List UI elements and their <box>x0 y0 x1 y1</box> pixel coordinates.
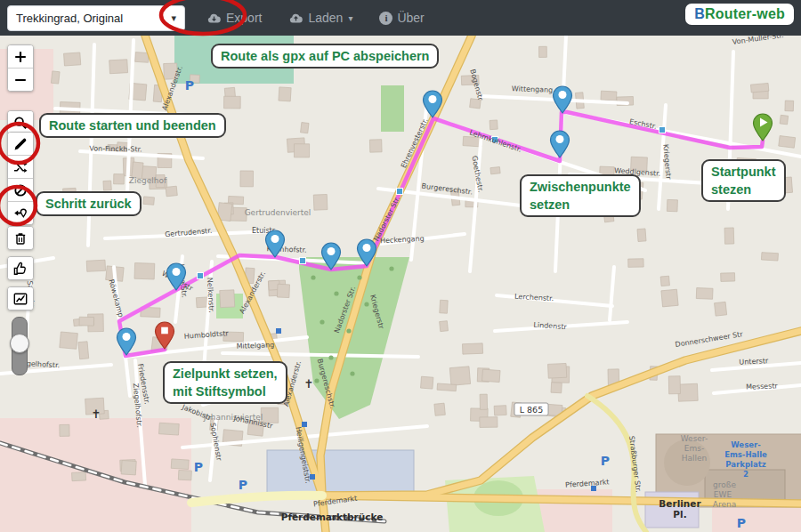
profile-select[interactable]: Trekkingrad, Original ▾ <box>7 5 185 31</box>
tip-export-gpx: Route als gpx auf PC abspeichern <box>211 44 439 69</box>
brouter-web-app: Alexanderstr.Alexanderstr.Alexanderstr.N… <box>0 0 801 532</box>
map-canvas[interactable]: Alexanderstr.Alexanderstr.Alexanderstr.N… <box>0 0 801 532</box>
sidebar-button-group <box>7 226 34 250</box>
parking-icon: P <box>737 516 746 530</box>
road-ref-badge: L 865 <box>514 403 548 415</box>
elevation-profile-button[interactable] <box>8 287 33 310</box>
route-midpoint-handle[interactable] <box>659 127 666 133</box>
map-label: Parkplatz <box>725 460 765 469</box>
map-label: Gertrudenviertel <box>245 208 312 217</box>
map-label: Hallen <box>682 454 708 463</box>
map-label: Weser- <box>731 440 761 449</box>
terrain-layer <box>0 0 801 532</box>
sidebar-button-group <box>7 44 34 92</box>
export-button[interactable]: Export <box>201 10 267 26</box>
sidebar-button-group <box>7 132 34 225</box>
map-label: Pferdemarktbrücke <box>281 512 384 522</box>
parking-icon: P <box>194 460 203 474</box>
map-label: Weser- <box>681 434 708 443</box>
zoom-in-button[interactable] <box>8 45 33 69</box>
plus-icon <box>13 50 28 64</box>
nogo-button[interactable] <box>8 179 33 202</box>
thumb-icon <box>13 262 28 276</box>
load-button[interactable]: Laden ▾ <box>283 10 358 26</box>
about-button[interactable]: i Über <box>374 10 429 26</box>
parking-icon: P <box>601 454 610 468</box>
map-label: 2 <box>743 470 748 479</box>
undo-step-button[interactable] <box>8 202 33 224</box>
sidebar-button-group <box>7 286 34 310</box>
map-label: Ziegelhof <box>129 176 167 185</box>
info-icon: i <box>379 12 392 25</box>
sidebar-button-group <box>7 110 34 134</box>
reverse-route-button[interactable] <box>8 156 33 179</box>
draw-route-button[interactable] <box>8 133 33 156</box>
map-label: Messestr <box>746 382 779 391</box>
zoom-out-button[interactable] <box>8 69 33 91</box>
profile-select-value: Trekkingrad, Original <box>16 12 123 25</box>
map-label: große <box>713 480 736 489</box>
pencil-icon <box>13 137 28 151</box>
map-label: Wittengang <box>512 85 554 94</box>
tip-undo: Schritt zurück <box>36 191 142 216</box>
shuffle-icon <box>13 160 28 174</box>
map-label: ✝ <box>92 407 101 421</box>
map-label: Ems-Halle <box>724 450 767 459</box>
brand-badge: BRouter-web <box>685 4 794 25</box>
cloud-upload-icon <box>288 12 303 25</box>
search-button[interactable] <box>8 111 33 133</box>
parking-icon: P <box>239 478 247 492</box>
map-label: Mittelgang <box>236 341 274 350</box>
sidebar-button-group <box>7 256 34 280</box>
delete-route-button[interactable] <box>8 227 33 249</box>
map-label: Von-Finckh-Str. <box>89 144 142 153</box>
no-entry-icon <box>13 183 28 197</box>
route-midpoint-handle[interactable] <box>300 258 306 264</box>
map-label: Unterstr <box>739 357 769 367</box>
route-midpoint-handle[interactable] <box>397 189 403 195</box>
trash-icon <box>13 231 28 246</box>
map-label: Berliner <box>659 498 701 509</box>
opacity-slider-knob[interactable] <box>10 334 29 353</box>
map-label: EWE <box>714 490 732 499</box>
map-label: Arena <box>713 500 736 509</box>
feedback-button[interactable] <box>8 257 33 279</box>
map-label: Pl. <box>673 509 686 520</box>
tip-endpoint: Zielpunkt setzen,mit Stiftsymbol <box>163 361 287 404</box>
parking-icon: P <box>185 78 194 93</box>
opacity-slider[interactable] <box>12 317 28 375</box>
map-label: ✝ <box>304 377 314 391</box>
map-label: Ems- <box>684 444 704 453</box>
tip-startpoint: Startpunktstezen <box>701 159 786 202</box>
tip-via: Zwischenpunktesetzen <box>520 174 641 217</box>
chevron-down-icon: ▾ <box>171 12 176 24</box>
cloud-download-icon <box>206 12 222 25</box>
chart-icon <box>13 292 28 306</box>
map-poi-square <box>276 328 281 334</box>
minus-icon <box>13 73 28 87</box>
svg-text:L 865: L 865 <box>520 405 543 415</box>
route-midpoint-handle[interactable] <box>198 273 204 279</box>
magnifier-icon <box>13 116 28 130</box>
undo-pin-icon <box>13 206 28 221</box>
tip-start-route: Route starten und beenden <box>39 113 226 138</box>
chevron-down-icon: ▾ <box>348 13 352 23</box>
topbar: Trekkingrad, Original ▾ Export Laden ▾ i… <box>0 0 801 36</box>
